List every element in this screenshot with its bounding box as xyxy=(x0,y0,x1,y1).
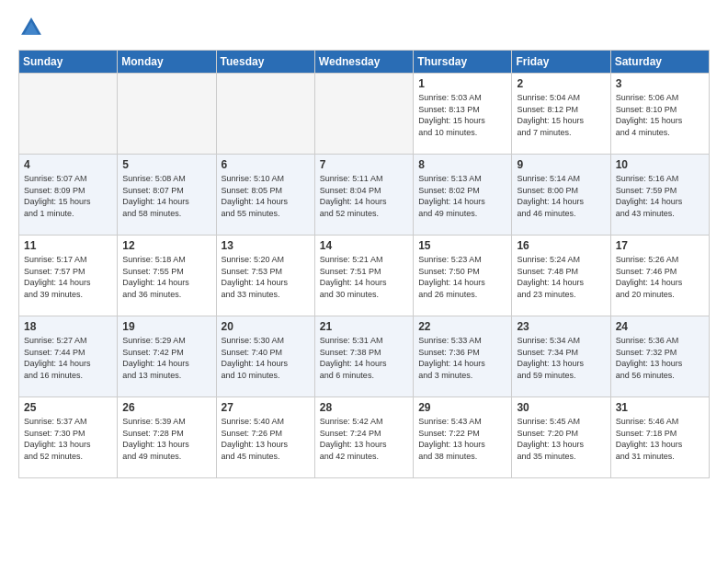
day-number: 3 xyxy=(616,77,704,90)
day-info: Sunrise: 5:37 AM Sunset: 7:30 PM Dayligh… xyxy=(24,416,112,462)
day-info: Sunrise: 5:17 AM Sunset: 7:57 PM Dayligh… xyxy=(24,254,112,300)
day-number: 27 xyxy=(222,401,310,414)
calendar-cell: 10Sunrise: 5:16 AM Sunset: 7:59 PM Dayli… xyxy=(610,155,709,236)
day-info: Sunrise: 5:04 AM Sunset: 8:12 PM Dayligh… xyxy=(517,92,605,138)
day-info: Sunrise: 5:08 AM Sunset: 8:07 PM Dayligh… xyxy=(122,173,210,219)
day-info: Sunrise: 5:06 AM Sunset: 8:10 PM Dayligh… xyxy=(616,92,704,138)
weekday-header-sunday: Sunday xyxy=(19,51,118,74)
day-info: Sunrise: 5:03 AM Sunset: 8:13 PM Dayligh… xyxy=(418,92,506,138)
logo-icon xyxy=(18,15,44,40)
day-number: 1 xyxy=(418,77,506,90)
calendar-cell: 9Sunrise: 5:14 AM Sunset: 8:00 PM Daylig… xyxy=(512,155,610,236)
day-info: Sunrise: 5:20 AM Sunset: 7:53 PM Dayligh… xyxy=(222,254,310,300)
calendar-cell: 1Sunrise: 5:03 AM Sunset: 8:13 PM Daylig… xyxy=(414,74,512,155)
calendar-cell: 11Sunrise: 5:17 AM Sunset: 7:57 PM Dayli… xyxy=(19,236,118,316)
day-number: 6 xyxy=(222,158,310,171)
day-info: Sunrise: 5:34 AM Sunset: 7:34 PM Dayligh… xyxy=(517,335,605,381)
calendar-cell: 26Sunrise: 5:39 AM Sunset: 7:28 PM Dayli… xyxy=(118,397,216,478)
day-number: 2 xyxy=(517,77,605,90)
calendar-cell: 2Sunrise: 5:04 AM Sunset: 8:12 PM Daylig… xyxy=(512,74,610,155)
day-number: 4 xyxy=(24,158,112,171)
day-number: 8 xyxy=(418,158,506,171)
day-info: Sunrise: 5:33 AM Sunset: 7:36 PM Dayligh… xyxy=(418,335,506,381)
weekday-header-wednesday: Wednesday xyxy=(314,51,413,74)
day-number: 20 xyxy=(222,320,310,333)
calendar-cell: 16Sunrise: 5:24 AM Sunset: 7:48 PM Dayli… xyxy=(512,236,610,316)
day-number: 11 xyxy=(24,239,112,252)
day-number: 12 xyxy=(122,239,210,252)
day-number: 15 xyxy=(418,239,506,252)
calendar-cell: 13Sunrise: 5:20 AM Sunset: 7:53 PM Dayli… xyxy=(216,236,314,316)
day-info: Sunrise: 5:29 AM Sunset: 7:42 PM Dayligh… xyxy=(122,335,210,381)
calendar-cell: 29Sunrise: 5:43 AM Sunset: 7:22 PM Dayli… xyxy=(414,397,512,478)
day-number: 18 xyxy=(24,320,112,333)
page: SundayMondayTuesdayWednesdayThursdayFrid… xyxy=(0,0,728,563)
calendar-cell: 15Sunrise: 5:23 AM Sunset: 7:50 PM Dayli… xyxy=(414,236,512,316)
day-number: 13 xyxy=(222,239,310,252)
day-number: 23 xyxy=(517,320,605,333)
calendar-cell: 27Sunrise: 5:40 AM Sunset: 7:26 PM Dayli… xyxy=(216,397,314,478)
day-number: 29 xyxy=(418,401,506,414)
day-info: Sunrise: 5:39 AM Sunset: 7:28 PM Dayligh… xyxy=(122,416,210,462)
day-info: Sunrise: 5:18 AM Sunset: 7:55 PM Dayligh… xyxy=(122,254,210,300)
weekday-header-saturday: Saturday xyxy=(610,51,709,74)
calendar-week-3: 11Sunrise: 5:17 AM Sunset: 7:57 PM Dayli… xyxy=(19,236,710,316)
calendar-cell: 21Sunrise: 5:31 AM Sunset: 7:38 PM Dayli… xyxy=(314,316,413,397)
calendar-week-1: 1Sunrise: 5:03 AM Sunset: 8:13 PM Daylig… xyxy=(19,74,710,155)
calendar-cell: 12Sunrise: 5:18 AM Sunset: 7:55 PM Dayli… xyxy=(118,236,216,316)
day-number: 24 xyxy=(616,320,704,333)
day-number: 21 xyxy=(320,320,408,333)
day-info: Sunrise: 5:24 AM Sunset: 7:48 PM Dayligh… xyxy=(517,254,605,300)
day-info: Sunrise: 5:42 AM Sunset: 7:24 PM Dayligh… xyxy=(320,416,408,462)
calendar-cell: 14Sunrise: 5:21 AM Sunset: 7:51 PM Dayli… xyxy=(314,236,413,316)
calendar-cell: 4Sunrise: 5:07 AM Sunset: 8:09 PM Daylig… xyxy=(19,155,118,236)
day-number: 28 xyxy=(320,401,408,414)
day-info: Sunrise: 5:31 AM Sunset: 7:38 PM Dayligh… xyxy=(320,335,408,381)
day-number: 14 xyxy=(320,239,408,252)
calendar-cell: 17Sunrise: 5:26 AM Sunset: 7:46 PM Dayli… xyxy=(610,236,709,316)
day-info: Sunrise: 5:10 AM Sunset: 8:05 PM Dayligh… xyxy=(222,173,310,219)
calendar-cell: 30Sunrise: 5:45 AM Sunset: 7:20 PM Dayli… xyxy=(512,397,610,478)
day-info: Sunrise: 5:26 AM Sunset: 7:46 PM Dayligh… xyxy=(616,254,704,300)
day-info: Sunrise: 5:11 AM Sunset: 8:04 PM Dayligh… xyxy=(320,173,408,219)
calendar-cell: 7Sunrise: 5:11 AM Sunset: 8:04 PM Daylig… xyxy=(314,155,413,236)
header xyxy=(18,15,710,40)
calendar-cell xyxy=(19,74,118,155)
day-info: Sunrise: 5:16 AM Sunset: 7:59 PM Dayligh… xyxy=(616,173,704,219)
weekday-header-friday: Friday xyxy=(512,51,610,74)
day-info: Sunrise: 5:21 AM Sunset: 7:51 PM Dayligh… xyxy=(320,254,408,300)
calendar-cell: 20Sunrise: 5:30 AM Sunset: 7:40 PM Dayli… xyxy=(216,316,314,397)
calendar-table: SundayMondayTuesdayWednesdayThursdayFrid… xyxy=(18,50,710,478)
day-number: 31 xyxy=(616,401,704,414)
calendar-week-4: 18Sunrise: 5:27 AM Sunset: 7:44 PM Dayli… xyxy=(19,316,710,397)
day-number: 25 xyxy=(24,401,112,414)
calendar-week-2: 4Sunrise: 5:07 AM Sunset: 8:09 PM Daylig… xyxy=(19,155,710,236)
weekday-header-tuesday: Tuesday xyxy=(216,51,314,74)
calendar-cell: 24Sunrise: 5:36 AM Sunset: 7:32 PM Dayli… xyxy=(610,316,709,397)
day-info: Sunrise: 5:13 AM Sunset: 8:02 PM Dayligh… xyxy=(418,173,506,219)
day-number: 17 xyxy=(616,239,704,252)
calendar-cell: 6Sunrise: 5:10 AM Sunset: 8:05 PM Daylig… xyxy=(216,155,314,236)
day-number: 7 xyxy=(320,158,408,171)
day-number: 10 xyxy=(616,158,704,171)
day-info: Sunrise: 5:36 AM Sunset: 7:32 PM Dayligh… xyxy=(616,335,704,381)
calendar-cell: 18Sunrise: 5:27 AM Sunset: 7:44 PM Dayli… xyxy=(19,316,118,397)
calendar-cell xyxy=(314,74,413,155)
calendar-cell xyxy=(216,74,314,155)
calendar-cell: 28Sunrise: 5:42 AM Sunset: 7:24 PM Dayli… xyxy=(314,397,413,478)
day-number: 30 xyxy=(517,401,605,414)
day-number: 19 xyxy=(122,320,210,333)
calendar-cell: 23Sunrise: 5:34 AM Sunset: 7:34 PM Dayli… xyxy=(512,316,610,397)
calendar-week-5: 25Sunrise: 5:37 AM Sunset: 7:30 PM Dayli… xyxy=(19,397,710,478)
day-info: Sunrise: 5:43 AM Sunset: 7:22 PM Dayligh… xyxy=(418,416,506,462)
day-number: 5 xyxy=(122,158,210,171)
day-info: Sunrise: 5:46 AM Sunset: 7:18 PM Dayligh… xyxy=(616,416,704,462)
logo xyxy=(18,15,48,40)
calendar-cell: 22Sunrise: 5:33 AM Sunset: 7:36 PM Dayli… xyxy=(414,316,512,397)
calendar-cell: 25Sunrise: 5:37 AM Sunset: 7:30 PM Dayli… xyxy=(19,397,118,478)
calendar-cell: 8Sunrise: 5:13 AM Sunset: 8:02 PM Daylig… xyxy=(414,155,512,236)
day-info: Sunrise: 5:23 AM Sunset: 7:50 PM Dayligh… xyxy=(418,254,506,300)
day-number: 26 xyxy=(122,401,210,414)
calendar-cell: 5Sunrise: 5:08 AM Sunset: 8:07 PM Daylig… xyxy=(118,155,216,236)
weekday-header-monday: Monday xyxy=(118,51,216,74)
